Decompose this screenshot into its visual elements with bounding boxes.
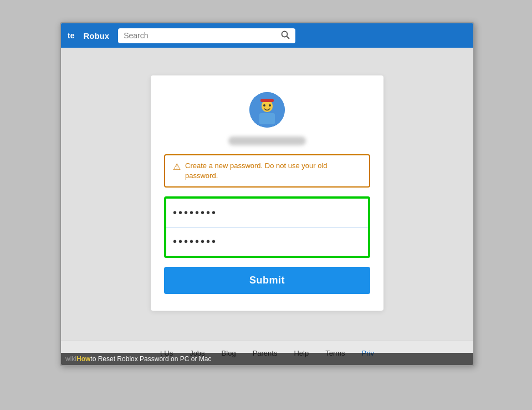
username-display: [228, 136, 306, 145]
svg-rect-3: [259, 113, 275, 124]
svg-point-6: [269, 104, 271, 107]
nav-item-robux[interactable]: Robux: [83, 31, 109, 41]
wikihow-title: to Reset Roblox Password on PC or Mac: [90, 355, 211, 363]
avatar: [249, 92, 285, 128]
warning-icon: ⚠: [173, 161, 181, 172]
search-box[interactable]: [118, 28, 295, 43]
svg-line-1: [287, 36, 289, 38]
browser-frame: te Robux: [60, 22, 474, 366]
submit-button[interactable]: Submit: [164, 267, 370, 294]
confirm-password-input[interactable]: [166, 227, 368, 256]
password-fields-container: [164, 196, 370, 258]
how-text: How: [76, 355, 90, 363]
search-icon: [281, 31, 290, 41]
search-input[interactable]: [124, 31, 277, 40]
nav-item-create[interactable]: te: [68, 31, 74, 40]
wikihow-bar: wiki How to Reset Roblox Password on PC …: [61, 353, 473, 365]
warning-text: Create a new password. Do not use your o…: [185, 161, 361, 181]
svg-point-5: [263, 104, 265, 107]
wiki-prefix: wiki: [65, 355, 76, 363]
main-content: ⚠ Create a new password. Do not use your…: [61, 48, 473, 365]
reset-password-card: ⚠ Create a new password. Do not use your…: [151, 75, 383, 311]
svg-rect-7: [260, 99, 274, 102]
new-password-input[interactable]: [166, 199, 368, 227]
warning-box: ⚠ Create a new password. Do not use your…: [164, 154, 370, 188]
nav-bar: te Robux: [61, 23, 473, 48]
